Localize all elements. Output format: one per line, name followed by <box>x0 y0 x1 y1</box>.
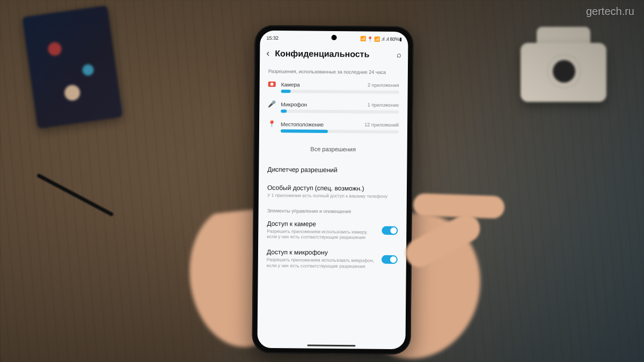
toggle-title: Доступ к микрофону <box>267 248 376 257</box>
gesture-nav-bar[interactable] <box>307 345 355 347</box>
toggle-switch[interactable] <box>382 226 398 235</box>
location-icon: 📍 <box>268 120 275 128</box>
permission-row-camera[interactable]: Камера 2 приложения <box>259 78 407 99</box>
permission-name: Микрофон <box>281 101 307 107</box>
item-description: У 1 приложения есть полный доступ к ваше… <box>267 193 398 200</box>
permission-count: 2 приложения <box>368 83 399 88</box>
toggle-row-microphone-access[interactable]: Доступ к микрофону Разрешить приложениям… <box>258 244 406 274</box>
all-permissions-link[interactable]: Все разрешения <box>259 138 407 161</box>
camera-icon <box>268 80 276 88</box>
toggle-switch[interactable] <box>382 255 398 263</box>
toggle-description: Разрешить приложениям использовать камер… <box>267 228 376 241</box>
finger-pointing <box>413 193 504 219</box>
permission-name: Местоположение <box>281 121 324 128</box>
watermark: gertech.ru <box>586 5 634 18</box>
item-special-access[interactable]: Особый доступ (спец. возможн.) У 1 прило… <box>259 179 407 205</box>
microphone-icon: 🎤 <box>268 100 275 108</box>
desk-prop-cards <box>22 5 123 129</box>
permission-usage-bar <box>281 109 399 114</box>
status-indicators: 📶 📍 📶 .ıl .ıl 80%▮ <box>360 36 401 42</box>
permission-name: Камера <box>281 82 300 87</box>
permission-count: 1 приложение <box>368 102 399 108</box>
toggle-description: Разрешить приложениям использовать микро… <box>267 257 376 269</box>
phone-screen: 15:32 📶 📍 📶 .ıl .ıl 80%▮ ‹ Конфиденциаль… <box>257 31 408 349</box>
permission-row-microphone[interactable]: 🎤 Микрофон 1 приложение <box>259 98 407 119</box>
item-permission-manager[interactable]: Диспетчер разрешений <box>259 160 407 180</box>
back-icon[interactable]: ‹ <box>266 48 269 59</box>
item-title: Диспетчер разрешений <box>267 166 398 174</box>
permission-row-location[interactable]: 📍 Местоположение 12 приложений <box>259 118 407 139</box>
item-title: Особый доступ (спец. возможн.) <box>267 184 398 193</box>
page-title: Конфиденциальность <box>275 49 391 60</box>
search-icon[interactable]: ⌕ <box>397 50 401 59</box>
permission-usage-bar <box>281 129 399 134</box>
permission-usage-bar <box>281 90 399 94</box>
controls-section-label: Элементы управления и оповещения <box>259 203 407 216</box>
header: ‹ Конфиденциальность ⌕ <box>260 43 408 67</box>
punch-hole-camera <box>331 35 336 40</box>
toggle-row-camera-access[interactable]: Доступ к камере Разрешить приложениям ис… <box>258 215 406 245</box>
status-time: 15:32 <box>266 35 279 41</box>
toggle-title: Доступ к камере <box>267 220 376 228</box>
usage-section-label: Разрешения, использованные за последние … <box>260 65 408 79</box>
permission-count: 12 приложений <box>364 122 399 128</box>
phone-frame: 15:32 📶 📍 📶 .ıl .ıl 80%▮ ‹ Конфиденциаль… <box>252 25 413 355</box>
desk-prop-camera <box>510 21 628 113</box>
